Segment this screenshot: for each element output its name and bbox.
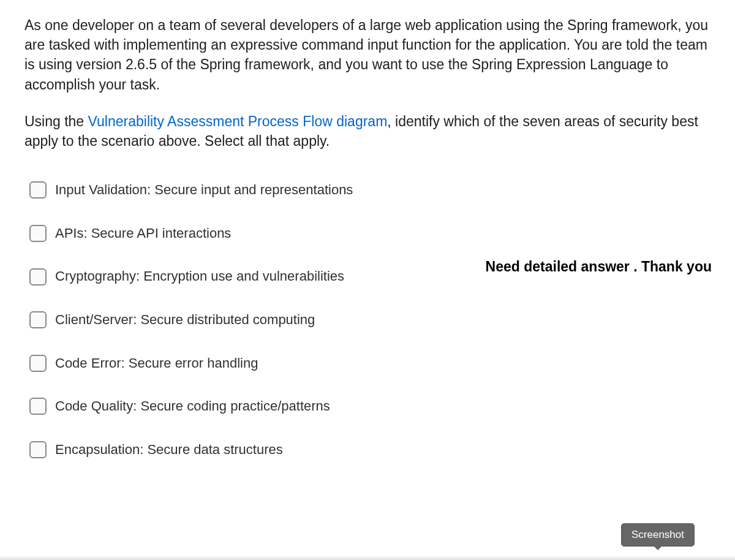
checkbox-icon[interactable]: [29, 355, 47, 372]
checkbox-icon[interactable]: [29, 441, 47, 458]
checkbox-icon[interactable]: [29, 311, 47, 328]
option-apis[interactable]: APIs: Secure API interactions: [29, 225, 710, 243]
prompt-link[interactable]: Vulnerability Assessment Process Flow di…: [88, 113, 388, 129]
option-label: Client/Server: Secure distributed comput…: [55, 311, 315, 329]
question-prompt: Using the Vulnerability Assessment Proce…: [24, 112, 710, 151]
option-label: Input Validation: Secure input and repre…: [55, 181, 353, 199]
checkbox-icon[interactable]: [29, 181, 47, 199]
screenshot-badge: Screenshot: [621, 523, 695, 547]
option-input-validation[interactable]: Input Validation: Secure input and repre…: [29, 181, 710, 199]
option-label: Code Error: Secure error handling: [55, 355, 258, 373]
option-code-error[interactable]: Code Error: Secure error handling: [29, 355, 710, 373]
option-label: APIs: Secure API interactions: [55, 225, 231, 243]
option-label: Code Quality: Secure coding practice/pat…: [55, 398, 330, 415]
options-list: Input Validation: Secure input and repre…: [24, 181, 710, 458]
bottom-shadow: [0, 556, 735, 560]
option-label: Encapsulation: Secure data structures: [55, 441, 283, 459]
option-label: Cryptography: Encryption use and vulnera…: [55, 268, 344, 286]
question-scenario: As one developer on a team of several de…: [24, 15, 710, 94]
checkbox-icon[interactable]: [29, 268, 47, 286]
checkbox-icon[interactable]: [29, 398, 47, 415]
checkbox-icon[interactable]: [29, 225, 47, 242]
option-code-quality[interactable]: Code Quality: Secure coding practice/pat…: [29, 398, 710, 415]
annotation-text: Need detailed answer . Thank you: [486, 259, 712, 275]
option-client-server[interactable]: Client/Server: Secure distributed comput…: [29, 311, 710, 329]
prompt-prefix: Using the: [24, 113, 88, 129]
option-encapsulation[interactable]: Encapsulation: Secure data structures: [29, 441, 710, 459]
